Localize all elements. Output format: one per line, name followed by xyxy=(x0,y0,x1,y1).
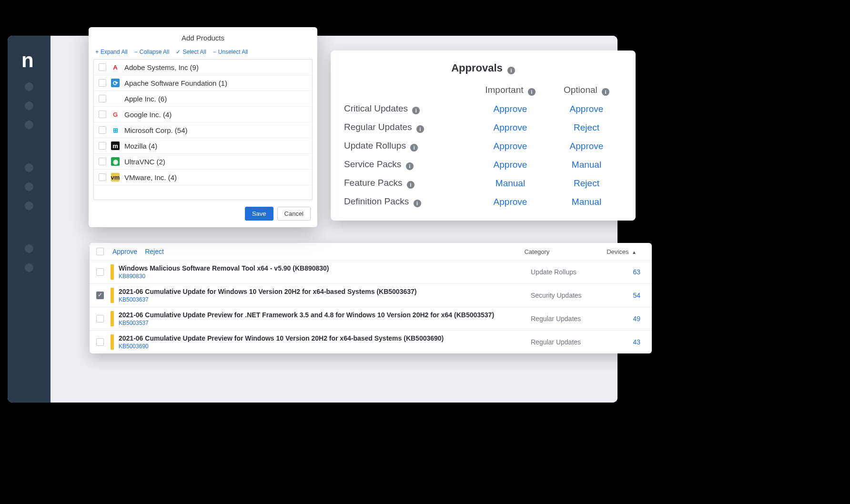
update-devices-count[interactable]: 54 xyxy=(617,292,645,299)
dialog-footer: Save Cancel xyxy=(89,200,317,227)
collapse-all-button[interactable]: − Collapse All xyxy=(134,49,170,55)
vendor-checkbox[interactable] xyxy=(99,173,106,181)
approval-row-label: Service Packs i xyxy=(344,159,470,170)
vendor-checkbox[interactable] xyxy=(99,158,106,165)
plus-icon: + xyxy=(95,49,99,55)
approval-row-label: Feature Packs i xyxy=(344,178,470,189)
update-devices-count[interactable]: 43 xyxy=(617,338,645,346)
vendor-row[interactable]: ⊞Microsoft Corp. (54) xyxy=(94,122,312,138)
info-icon[interactable]: i xyxy=(416,125,424,133)
vendor-icon: ◉ xyxy=(111,157,120,166)
approval-optional-action[interactable]: Reject xyxy=(551,178,622,189)
vendor-checkbox[interactable] xyxy=(99,95,106,102)
update-checkbox[interactable] xyxy=(96,315,104,323)
update-kb-link[interactable]: KB890830 xyxy=(119,273,531,280)
vendor-row[interactable]: GGoogle Inc. (4) xyxy=(94,107,312,122)
vendor-checkbox[interactable] xyxy=(99,142,106,150)
approval-important-action[interactable]: Manual xyxy=(475,178,546,189)
info-icon[interactable]: i xyxy=(528,88,536,96)
approval-optional-action[interactable]: Approve xyxy=(551,104,622,114)
update-row[interactable]: 2021-06 Cumulative Update for Windows 10… xyxy=(90,283,652,307)
nav-dot[interactable] xyxy=(25,182,33,191)
cancel-button[interactable]: Cancel xyxy=(277,207,311,221)
update-checkbox[interactable] xyxy=(96,338,104,346)
approval-important-action[interactable]: Approve xyxy=(475,122,546,133)
info-icon[interactable]: i xyxy=(412,107,420,114)
vendor-icon: ⟳ xyxy=(111,79,120,87)
update-kb-link[interactable]: KB5003690 xyxy=(119,343,531,350)
approve-link[interactable]: Approve xyxy=(112,248,137,255)
select-all-label: Select All xyxy=(182,49,206,55)
approval-row-label: Update Rollups i xyxy=(344,141,470,151)
vendor-label: VMware, Inc. (4) xyxy=(124,173,177,181)
vendor-checkbox[interactable] xyxy=(99,111,106,118)
col-category[interactable]: Category xyxy=(524,248,549,255)
nav-dot[interactable] xyxy=(25,263,33,272)
nav-dot[interactable] xyxy=(25,121,33,129)
approval-row-label: Critical Updates i xyxy=(344,103,470,114)
vendor-checkbox[interactable] xyxy=(99,79,106,87)
update-devices-count[interactable]: 49 xyxy=(617,315,645,323)
approval-row-label: Definition Packs i xyxy=(344,196,470,207)
update-checkbox[interactable] xyxy=(96,292,104,299)
update-devices-count[interactable]: 63 xyxy=(617,268,645,276)
approval-row-label: Regular Updates i xyxy=(344,122,470,133)
unselect-all-label: Unselect All xyxy=(218,49,248,55)
unselect-all-button[interactable]: − Unselect All xyxy=(213,49,248,55)
vendor-row[interactable]: mMozilla (4) xyxy=(94,138,312,154)
col-devices[interactable]: Devices ▲ xyxy=(607,248,637,255)
nav-dot[interactable] xyxy=(25,82,33,91)
vendor-checkbox[interactable] xyxy=(99,126,106,134)
vendor-row[interactable]: Apple Inc. (6) xyxy=(94,91,312,107)
col-optional: Optional i xyxy=(551,85,622,96)
vendor-row[interactable]: AAdobe Systems, Inc (9) xyxy=(94,60,312,75)
info-icon[interactable]: i xyxy=(602,88,609,96)
updates-header: Approve Reject Category Devices ▲ xyxy=(90,243,652,260)
info-icon[interactable]: i xyxy=(414,200,421,207)
update-kb-link[interactable]: KB5003537 xyxy=(119,320,531,326)
nav-dot[interactable] xyxy=(25,163,33,172)
approval-important-action[interactable]: Approve xyxy=(475,160,546,170)
info-icon[interactable]: i xyxy=(406,162,414,170)
approval-optional-action[interactable]: Manual xyxy=(551,197,622,207)
update-kb-link[interactable]: KB5003637 xyxy=(119,296,531,303)
reject-link[interactable]: Reject xyxy=(145,248,164,255)
severity-bar xyxy=(111,288,114,303)
update-title: 2021-06 Cumulative Update Preview for .N… xyxy=(119,311,531,319)
col-optional-label: Optional xyxy=(564,85,597,95)
approval-important-action[interactable]: Approve xyxy=(475,104,546,114)
header-actions: Approve Reject xyxy=(112,248,164,255)
col-devices-label: Devices xyxy=(607,248,628,255)
info-icon[interactable]: i xyxy=(507,67,515,74)
add-products-dialog: Add Products + Expand All − Collapse All… xyxy=(89,27,317,227)
nav-dot[interactable] xyxy=(25,101,33,110)
vendor-label: Google Inc. (4) xyxy=(124,111,172,119)
approval-important-action[interactable]: Approve xyxy=(475,197,546,207)
vendor-icon: ⊞ xyxy=(111,126,120,134)
save-button[interactable]: Save xyxy=(245,207,273,221)
update-row[interactable]: Windows Malicious Software Removal Tool … xyxy=(90,260,652,283)
vendor-tree[interactable]: AAdobe Systems, Inc (9)⟳Apache Software … xyxy=(94,60,312,200)
approval-important-action[interactable]: Approve xyxy=(475,141,546,151)
vendor-row[interactable]: vmVMware, Inc. (4) xyxy=(94,170,312,185)
select-all-button[interactable]: ✓ Select All xyxy=(176,49,206,55)
vendor-row[interactable]: ⟳Apache Software Foundation (1) xyxy=(94,75,312,91)
update-checkbox[interactable] xyxy=(96,268,104,276)
update-row[interactable]: 2021-06 Cumulative Update Preview for Wi… xyxy=(90,330,652,353)
nav-dot[interactable] xyxy=(25,244,33,253)
info-icon[interactable]: i xyxy=(407,181,415,189)
nav-dot[interactable] xyxy=(25,202,33,210)
vendor-checkbox[interactable] xyxy=(99,63,106,71)
nav-rail: n xyxy=(8,36,51,403)
approval-optional-action[interactable]: Reject xyxy=(551,122,622,133)
update-title: 2021-06 Cumulative Update Preview for Wi… xyxy=(119,334,531,342)
info-icon[interactable]: i xyxy=(410,144,418,151)
update-main: Windows Malicious Software Removal Tool … xyxy=(119,264,531,280)
approval-optional-action[interactable]: Manual xyxy=(551,160,622,170)
update-row[interactable]: 2021-06 Cumulative Update Preview for .N… xyxy=(90,307,652,330)
select-all-checkbox[interactable] xyxy=(96,248,104,255)
vendor-row[interactable]: ◉UltraVNC (2) xyxy=(94,154,312,170)
header-columns: Category Devices ▲ xyxy=(524,248,645,255)
expand-all-button[interactable]: + Expand All xyxy=(95,49,128,55)
approval-optional-action[interactable]: Approve xyxy=(551,141,622,151)
